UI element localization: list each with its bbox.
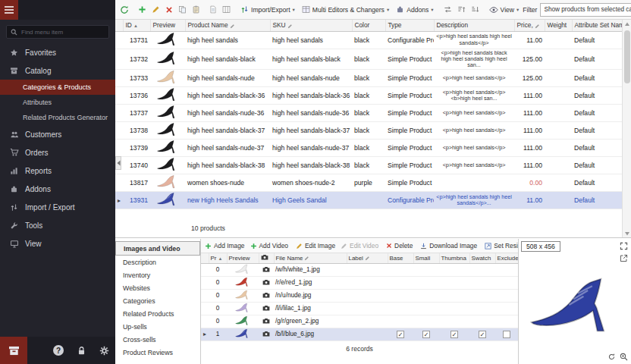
column-header-swatch[interactable]: Swatch (469, 253, 495, 263)
store-button[interactable] (0, 337, 27, 364)
addons-menu[interactable]: Addons▾ (393, 2, 436, 17)
tab-product-reviews[interactable]: Product Reviews (115, 346, 200, 359)
image-row[interactable]: ▸1/b/l/blue_6.jpg✓✓✓✓ (201, 328, 518, 340)
table-row[interactable]: 13731high heel sandalshigh heel sandalsb… (115, 31, 622, 49)
tab-inventory[interactable]: Inventory (115, 268, 200, 281)
checkbox-exclude[interactable] (503, 331, 510, 338)
table-row[interactable]: 13733high heel sandals-nudehigh heel san… (115, 70, 622, 87)
column-header-color[interactable]: Color (352, 20, 385, 31)
add-image-button[interactable]: Add Image (202, 240, 247, 252)
column-header-id[interactable]: ID ▲ (123, 20, 150, 31)
column-header-type[interactable]: Type (385, 20, 434, 31)
table-row[interactable]: 13739high heel sandals-nude-37high heel … (115, 140, 622, 157)
fullscreen-button[interactable] (620, 242, 628, 250)
table-row[interactable]: 13732high heel sandals-blackhigh heel sa… (115, 49, 622, 70)
sidebar-item-categories-products[interactable]: Categories & Products (0, 80, 115, 95)
tab-cross-sells[interactable]: Cross-sells (115, 333, 200, 346)
checkbox-base[interactable]: ✓ (397, 331, 404, 338)
image-row[interactable]: 0/n/u/nude.jpg (201, 289, 518, 302)
table-row[interactable]: ▸13931new High Heels SandalsHigh Geels S… (115, 192, 622, 209)
column-header-exclude[interactable]: Exclude (495, 253, 518, 263)
table-row[interactable]: 13737high heel sandals-nude-36high heel … (115, 105, 622, 122)
help-button[interactable]: ? (47, 337, 70, 364)
import-export-menu[interactable]: Import/Export▾ (237, 2, 298, 17)
view-menu[interactable]: View▾ (486, 2, 523, 17)
transfer-button[interactable] (441, 2, 454, 17)
column-header-preview[interactable]: Preview (227, 253, 259, 263)
sidebar-item-related-products-generator[interactable]: Related Products Generator (0, 110, 115, 125)
settings-button[interactable] (93, 337, 115, 364)
column-header-base[interactable]: Base (388, 253, 413, 263)
row-expander-icon[interactable]: ▸ (203, 331, 206, 337)
add-video-button[interactable]: Add Video (248, 240, 291, 252)
checkbox-small[interactable]: ✓ (422, 331, 430, 338)
table-row[interactable]: 13736high heel sandals-black-36high heel… (115, 87, 622, 105)
delete-product-button[interactable] (163, 2, 175, 17)
sidebar-item-orders[interactable]: Orders (0, 143, 115, 162)
tab-images-and-video[interactable]: Images and Video (115, 241, 200, 256)
sidebar-item-catalog[interactable]: Catalog (0, 61, 115, 80)
checkbox-swatch[interactable]: ✓ (479, 331, 486, 338)
image-row[interactable]: 0/l/i/lilac_1.jpg (201, 302, 518, 315)
sidebar-item-import-export[interactable]: Import / Export (0, 198, 115, 216)
sidebar-search-input[interactable]: Find menu item (6, 25, 109, 39)
column-header-attribute-set-name[interactable]: Attribute Set Name (572, 20, 622, 31)
zoom-button[interactable] (620, 353, 628, 361)
sort-descending-button[interactable] (469, 2, 482, 17)
download-image-button[interactable]: Download Image (418, 240, 479, 252)
add-product-button[interactable] (136, 2, 149, 17)
edit-image-button[interactable]: Edit Image (294, 240, 337, 252)
columns-button[interactable] (220, 2, 233, 17)
open-external-button[interactable] (620, 254, 628, 262)
sidebar-item-attributes[interactable]: Attributes (0, 95, 115, 110)
scroll-down-icon[interactable] (624, 231, 630, 237)
tab-categories[interactable]: Categories (115, 294, 200, 307)
sidebar-item-customers[interactable]: Customers (0, 125, 115, 143)
image-row[interactable]: 0/w/h/white_1.jpg (201, 263, 518, 276)
tab-description[interactable]: Description (115, 256, 200, 268)
sidebar-item-favorites[interactable]: Favorites (0, 43, 115, 61)
column-header-description[interactable]: Description (434, 20, 514, 31)
vertical-scrollbar[interactable] (622, 20, 631, 238)
column-header-sku[interactable]: SKU (270, 20, 352, 31)
scroll-up-icon[interactable] (624, 21, 630, 27)
column-header-camera[interactable] (259, 253, 274, 263)
edit-video-button[interactable]: Edit Video (338, 240, 381, 252)
duplicate-button[interactable] (207, 2, 219, 17)
hamburger-menu-button[interactable] (0, 0, 18, 20)
sidebar-item-addons[interactable]: Addons (0, 180, 115, 198)
filter-select[interactable]: Show products from selected categories ▾ (540, 3, 631, 17)
paste-button[interactable] (190, 2, 202, 17)
tab-websites[interactable]: Websites (115, 281, 200, 294)
sort-ascending-button[interactable] (455, 2, 468, 17)
table-row[interactable]: 13738high heel sandals-black-37high heel… (115, 122, 622, 140)
images-header-row[interactable]: Pr ▲PreviewFile NameLabelBaseSmallThumbn… (201, 253, 518, 263)
tab-related-products[interactable]: Related Products (115, 307, 200, 320)
checkbox-thumbnail[interactable]: ✓ (450, 331, 458, 338)
edit-product-button[interactable] (149, 2, 162, 17)
column-header-thumbna[interactable]: Thumbna (439, 253, 469, 263)
copy-button[interactable] (176, 2, 189, 17)
image-row[interactable]: 0/g/r/green_2.jpg (201, 315, 518, 328)
sidebar-item-reports[interactable]: Reports (0, 162, 115, 180)
column-header-price[interactable]: Price, (514, 20, 545, 31)
scrollbar-thumb[interactable] (624, 30, 630, 83)
column-header-small[interactable]: Small (413, 253, 439, 263)
lock-button[interactable] (70, 337, 93, 364)
grid-header-row[interactable]: ID ▲PreviewProduct NameSKUColorTypeDescr… (115, 20, 622, 31)
table-row[interactable]: 13817women shoes-nudewomen shoes-nude-2p… (115, 174, 622, 192)
column-header-label[interactable]: Label (347, 253, 388, 263)
table-row[interactable]: 13740high heel sandals-black-38high heel… (115, 157, 622, 174)
rotate-button[interactable] (607, 353, 616, 361)
sidebar-item-view[interactable]: View (0, 234, 115, 253)
tab-up-sells[interactable]: Up-sells (115, 320, 200, 333)
column-header-pr[interactable]: Pr ▲ (209, 253, 227, 263)
column-header-weight[interactable]: Weight (545, 20, 572, 31)
multi-editors-menu[interactable]: Multi Editors & Changers▾ (299, 2, 392, 17)
image-row[interactable]: 0/r/e/red_1.jpg (201, 276, 518, 289)
refresh-button[interactable] (118, 2, 131, 17)
column-header-product-name[interactable]: Product Name (185, 20, 270, 31)
sidebar-item-tools[interactable]: Tools (0, 216, 115, 234)
row-expander-icon[interactable]: ▸ (118, 197, 121, 204)
panel-collapse-handle[interactable] (115, 156, 121, 170)
